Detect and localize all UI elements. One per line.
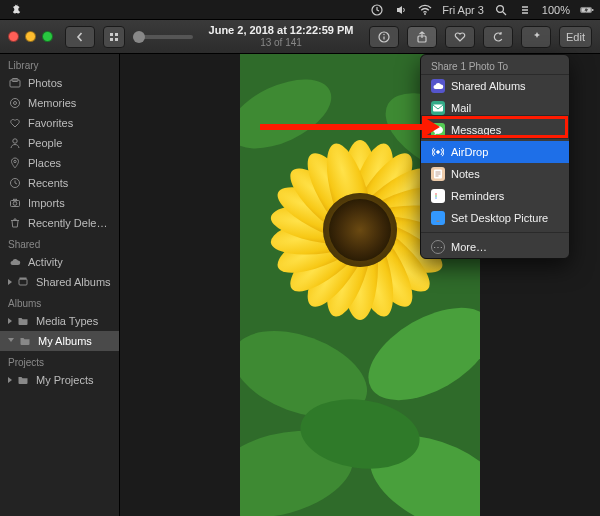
toolbar: June 2, 2018 at 12:22:59 PM 13 of 141 Ed…: [0, 20, 600, 54]
svg-rect-23: [19, 279, 27, 285]
share-popover-header: Share 1 Photo To: [421, 55, 569, 75]
clock-icon: [8, 176, 22, 190]
albums-icon: [16, 275, 30, 289]
share-option-label: Mail: [451, 102, 471, 114]
sidebar-item-media-types[interactable]: Media Types: [0, 311, 119, 331]
sidebar-section-header: Shared: [0, 233, 119, 252]
share-option-label: Messages: [451, 124, 501, 136]
share-option-mail[interactable]: Mail: [421, 97, 569, 119]
info-button[interactable]: [369, 26, 399, 48]
share-option-shared-albums[interactable]: Shared Albums: [421, 75, 569, 97]
share-option-notes[interactable]: Notes: [421, 163, 569, 185]
zoom-slider[interactable]: [133, 35, 193, 39]
disclosure-caret-icon[interactable]: [8, 377, 12, 383]
share-option-label: AirDrop: [451, 146, 488, 158]
sidebar-item-shared-albums[interactable]: Shared Albums: [0, 272, 119, 292]
menubar-datetime[interactable]: Fri Apr 3: [442, 4, 484, 16]
svg-rect-9: [115, 38, 118, 41]
rotate-button[interactable]: [483, 26, 513, 48]
cloud-icon: [8, 255, 22, 269]
svg-point-17: [13, 139, 17, 143]
sidebar-item-label: Shared Albums: [36, 276, 111, 288]
disclosure-caret-icon[interactable]: [8, 338, 14, 345]
svg-point-1: [424, 13, 426, 15]
favorite-button[interactable]: [445, 26, 475, 48]
disclosure-caret-icon[interactable]: [8, 279, 12, 285]
enhance-button[interactable]: [521, 26, 551, 48]
sidebar-item-recents[interactable]: Recents: [0, 173, 119, 193]
sidebar-section-header: Projects: [0, 351, 119, 370]
sidebar: LibraryPhotosMemoriesFavoritesPeoplePlac…: [0, 54, 120, 516]
share-option-reminders[interactable]: Reminders: [421, 185, 569, 207]
share-option-label: Set Desktop Picture: [451, 212, 548, 224]
svg-rect-41: [437, 221, 440, 223]
sidebar-item-places[interactable]: Places: [0, 153, 119, 173]
share-button[interactable]: [407, 26, 437, 48]
sidebar-section-header: Library: [0, 54, 119, 73]
share-option-airdrop[interactable]: AirDrop: [421, 141, 569, 163]
svg-rect-5: [592, 9, 593, 11]
sidebar-item-activity[interactable]: Activity: [0, 252, 119, 272]
sidebar-item-label: My Albums: [38, 335, 92, 347]
svg-point-34: [437, 151, 440, 154]
spotlight-icon[interactable]: [494, 3, 508, 17]
sidebar-item-label: Recently Dele…: [28, 217, 107, 229]
control-center-icon[interactable]: [518, 3, 532, 17]
folder-icon: [18, 334, 32, 348]
grid-view-toggle[interactable]: [103, 26, 125, 48]
window-zoom-button[interactable]: [42, 31, 53, 42]
svg-point-39: [435, 197, 437, 199]
volume-icon[interactable]: [394, 3, 408, 17]
sidebar-item-memories[interactable]: Memories: [0, 93, 119, 113]
sidebar-item-label: Activity: [28, 256, 63, 268]
svg-point-18: [14, 160, 16, 162]
sidebar-item-label: Imports: [28, 197, 65, 209]
pin-icon: [8, 156, 22, 170]
heart-icon: [8, 116, 22, 130]
desk-icon: [431, 211, 445, 225]
more-icon: ⋯: [431, 240, 445, 254]
sidebar-item-label: Places: [28, 157, 61, 169]
msg-icon: [431, 123, 445, 137]
camera-icon: [8, 196, 22, 210]
share-option-label: Reminders: [451, 190, 504, 202]
sidebar-item-label: Media Types: [36, 315, 98, 327]
sidebar-item-people[interactable]: People: [0, 133, 119, 153]
sidebar-item-label: My Projects: [36, 374, 93, 386]
battery-text: 100%: [542, 4, 570, 16]
sidebar-item-label: People: [28, 137, 62, 149]
share-more[interactable]: ⋯ More…: [421, 236, 569, 258]
sidebar-item-photos[interactable]: Photos: [0, 73, 119, 93]
share-option-messages[interactable]: Messages: [421, 119, 569, 141]
share-popover: Share 1 Photo To Shared AlbumsMailMessag…: [420, 54, 570, 259]
sidebar-item-favorites[interactable]: Favorites: [0, 113, 119, 133]
sidebar-item-recently-dele-[interactable]: Recently Dele…: [0, 213, 119, 233]
svg-rect-6: [110, 33, 113, 36]
window-minimize-button[interactable]: [25, 31, 36, 42]
photos-icon: [8, 76, 22, 90]
disclosure-caret-icon[interactable]: [8, 318, 12, 324]
cloud-icon: [431, 79, 445, 93]
svg-point-21: [13, 202, 17, 206]
share-option-set-desktop-picture[interactable]: Set Desktop Picture: [421, 207, 569, 229]
airdrop-icon: [431, 145, 445, 159]
edit-button[interactable]: Edit: [559, 26, 592, 48]
svg-rect-24: [20, 278, 26, 279]
folder-icon: [16, 373, 30, 387]
svg-point-15: [11, 99, 20, 108]
sidebar-item-imports[interactable]: Imports: [0, 193, 119, 213]
window-close-button[interactable]: [8, 31, 19, 42]
sidebar-item-my-albums[interactable]: My Albums: [0, 331, 119, 351]
memories-icon: [8, 96, 22, 110]
svg-point-16: [14, 102, 17, 105]
share-option-label: Notes: [451, 168, 480, 180]
mail-icon: [431, 101, 445, 115]
wifi-icon[interactable]: [418, 3, 432, 17]
sidebar-item-label: Photos: [28, 77, 62, 89]
svg-point-38: [435, 195, 437, 197]
apple-menu-icon[interactable]: [10, 3, 22, 17]
sidebar-item-label: Recents: [28, 177, 68, 189]
sidebar-item-my-projects[interactable]: My Projects: [0, 370, 119, 390]
back-button[interactable]: [65, 26, 95, 48]
svg-point-37: [435, 193, 437, 195]
